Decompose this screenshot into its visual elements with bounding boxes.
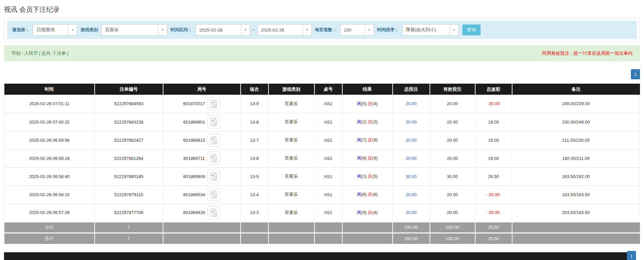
table-no-cell: AS1 — [314, 149, 342, 167]
range-separator: ~ — [252, 28, 255, 33]
column-header: 总投注 — [393, 84, 430, 95]
payout-cell: 19.00 — [475, 113, 512, 131]
time-cell: 2025-02-26 06:59:56 — [4, 131, 95, 149]
total-bet-link[interactable]: 20.00 — [406, 192, 417, 197]
round-cell: 601869901 — [163, 113, 241, 131]
bet-id-cell: 522297880185 — [95, 167, 163, 185]
column-header: 有效投注 — [430, 84, 475, 95]
bet-id-cell: 522297879115 — [95, 185, 163, 204]
query-type-select[interactable]: 日期查询 ▼ — [33, 24, 77, 36]
round-cell: 601869711 — [163, 149, 241, 167]
query-type-value: 日期查询 — [33, 27, 58, 33]
game-type-label: 游戏类别 — [81, 27, 98, 33]
date-from-select[interactable]: 2025-02-26 ▼ — [196, 24, 250, 36]
video-replay-button[interactable] — [207, 151, 220, 165]
valid-bet-cell: 20.00 — [430, 204, 475, 222]
result-cell: 闲(6) 庄(9) — [342, 149, 393, 167]
round-cell: 601869428 — [163, 204, 241, 222]
table-row: 2025-02-26 06:57:26 522297877706 6018694… — [4, 204, 640, 222]
table-row: 2025-02-26 06:59:56 522297882427 6018698… — [4, 131, 640, 149]
remark-cell: 183.50/163.50 — [512, 185, 640, 204]
column-header: 局号 — [163, 84, 241, 95]
grand-total-count: 7 — [95, 233, 163, 244]
sort-order-select[interactable]: 降冪(由大到小) ▼ — [402, 24, 459, 36]
total-bet-cell: 20.00 — [393, 204, 430, 222]
total-bet-link[interactable]: 30.00 — [406, 174, 417, 179]
banker-result: 庄 — [368, 119, 372, 124]
table-row: 2025-02-26 06:58:10 522297879115 6018695… — [4, 185, 640, 204]
round-id: 601869815 — [183, 138, 205, 143]
page-size-value: 100 — [341, 28, 355, 33]
video-replay-button[interactable] — [207, 133, 220, 147]
table-row: 2025-02-26 06:58:40 522297880185 6018696… — [4, 167, 640, 185]
total-bet-link[interactable]: 20.00 — [406, 120, 417, 125]
video-replay-button[interactable] — [207, 188, 220, 201]
total-bet-link[interactable]: 20.00 — [406, 138, 417, 143]
total-bet-cell: 20.00 — [393, 149, 430, 167]
banker-result: 庄 — [368, 210, 372, 215]
table-no-cell: AS1 — [314, 131, 342, 149]
game-type-select[interactable]: 百家乐 ▼ — [101, 24, 167, 36]
video-file-icon — [210, 100, 217, 108]
round-id: 601869534 — [183, 192, 205, 197]
subtotal-label: 小计 — [4, 222, 95, 233]
table-header-row: 时间注单编号局号场次游戏类别桌号结果总投注有效投注总派彩备注 — [4, 84, 640, 95]
search-button[interactable]: 查询 — [462, 25, 481, 35]
query-type-label: 请选择： — [12, 27, 30, 33]
valid-bet-cell: 20.00 — [430, 185, 475, 204]
game-type-cell: 百家乐 — [268, 204, 314, 222]
valid-bet-cell: 20.00 — [430, 149, 475, 167]
caret-down-icon: ▼ — [68, 25, 77, 35]
time-cell: 2025-02-26 07:01:11 — [4, 95, 95, 113]
caret-down-icon: ▼ — [365, 25, 374, 35]
date-to-value: 2025-02-26 — [258, 28, 288, 33]
valid-bet-cell: 20.00 — [430, 95, 475, 113]
total-bet-link[interactable]: 20.00 — [406, 210, 417, 215]
game-type-cell: 百家乐 — [268, 131, 314, 149]
column-header: 结果 — [342, 84, 393, 95]
payout-cell: -20.00 — [475, 95, 512, 113]
page-1-button[interactable]: 1 — [631, 69, 640, 79]
total-bet-link[interactable]: 20.00 — [406, 101, 417, 106]
result-cell: 闲(1) 庄(3) — [342, 113, 393, 131]
video-file-icon — [210, 190, 217, 199]
page-size-label: 每页笔数： — [315, 27, 337, 33]
remark-cell: 211.00/230.00 — [512, 131, 640, 149]
video-replay-button[interactable] — [207, 206, 220, 219]
bottom-area: 1 — [4, 252, 640, 260]
total-bet-cell: 20.00 — [393, 95, 430, 113]
caret-down-icon: ▼ — [241, 25, 250, 35]
total-bet-link[interactable]: 20.00 — [406, 156, 417, 161]
page-title: 视讯 会员下注纪录 — [4, 0, 640, 18]
game-type-value: 百家乐 — [102, 27, 122, 33]
page-1-button-bottom[interactable]: 1 — [627, 251, 636, 260]
player-result: 闲 — [357, 137, 361, 142]
valid-bet-cell: 20.00 — [430, 113, 475, 131]
subtotal-valid-bet: 150.00 — [430, 222, 475, 233]
total-bet-cell: 20.00 — [393, 113, 430, 131]
table-no-cell: AS1 — [314, 204, 342, 222]
page-size-select[interactable]: 100 ▼ — [340, 24, 374, 36]
time-range-label: 时间区间： — [170, 27, 192, 33]
video-replay-button[interactable] — [207, 170, 220, 183]
column-header: 时间 — [4, 84, 95, 95]
grand-total-valid-bet: 150.00 — [430, 233, 475, 244]
video-file-icon — [210, 118, 217, 126]
sort-order-value: 降冪(由大到小) — [403, 27, 440, 33]
total-bet-cell: 20.00 — [393, 185, 430, 204]
table-no-cell: AS1 — [314, 167, 342, 185]
payout-cell: 19.00 — [475, 149, 512, 167]
video-replay-button[interactable] — [207, 97, 220, 111]
subtotal-total-bet: 150.00 — [393, 222, 430, 233]
bet-id-cell: 522297877706 — [95, 204, 163, 222]
round-cell: 601869534 — [163, 185, 241, 204]
filter-panel: 请选择： 日期查询 ▼ 游戏类别 百家乐 ▼ 时间区间： 2025-02-26 … — [4, 18, 640, 42]
date-to-select[interactable]: 2025-02-26 ▼ — [257, 24, 312, 36]
game-type-cell: 百家乐 — [268, 95, 314, 113]
game-type-cell: 百家乐 — [268, 149, 314, 167]
column-header: 备注 — [512, 84, 640, 95]
video-replay-button[interactable] — [207, 115, 220, 129]
result-cell: 闲(7) 庄(9) — [342, 131, 393, 149]
pager-top: 1 — [4, 69, 640, 79]
session-cell: 13-7 — [241, 131, 268, 149]
